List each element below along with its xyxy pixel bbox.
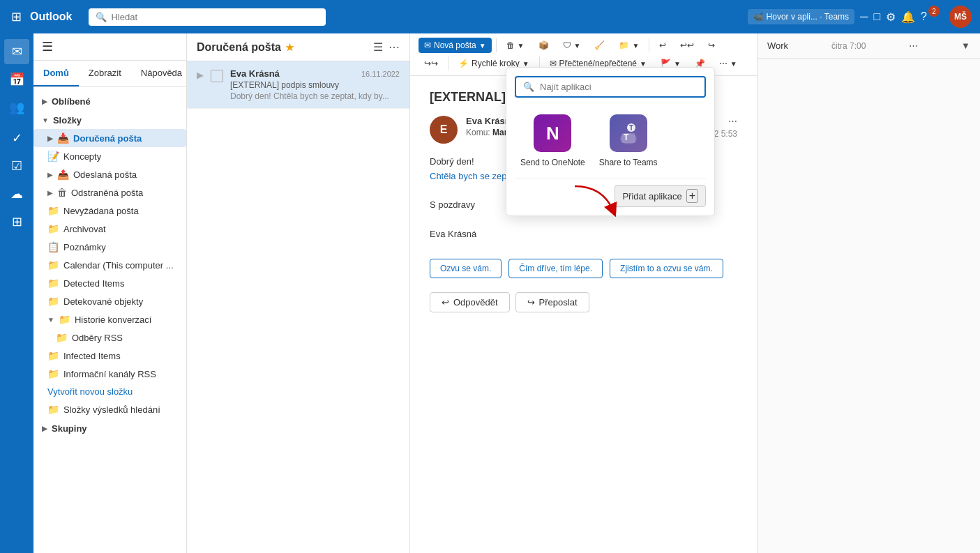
expand-icon[interactable]: ▼: [961, 40, 970, 51]
new-mail-dropdown-arrow[interactable]: ▼: [479, 42, 486, 50]
redo2-btn[interactable]: ↪↪: [419, 56, 444, 71]
mail-list-panel: Doručená pošta ★ ☰ ⋯ ▶ Eva Krásná 16.11.…: [187, 33, 410, 553]
quick-reply-3[interactable]: Zjistím to a ozvu se vám.: [610, 259, 723, 278]
folder-nevyzadana[interactable]: 📁 Nevyžádaná pošta: [33, 202, 186, 220]
folder-infected[interactable]: 📁 Infected Items: [33, 347, 186, 365]
spam-icon: 📁: [47, 205, 59, 216]
onenote-icon: N: [534, 114, 571, 152]
sidebar-icon-check[interactable]: ☑: [4, 153, 29, 179]
skupiny-arrow: ▶: [42, 425, 47, 432]
maximize-icon[interactable]: □: [873, 10, 880, 23]
calendar-folder-icon: 📁: [47, 259, 59, 271]
tab-zobrazit[interactable]: Zobrazit: [79, 61, 131, 86]
sidebar-icon-mail[interactable]: ✉: [4, 39, 29, 64]
sweep-btn[interactable]: 🧹: [589, 38, 610, 53]
archive-icon: 📁: [47, 223, 59, 234]
draft-icon: 📝: [47, 151, 59, 162]
create-folder-btn[interactable]: Vytvořit novou složku: [33, 383, 186, 400]
folder-vysledky[interactable]: 📁 Složky výsledků hledání: [33, 400, 186, 418]
nav-panel: ☰ Domů Zobrazit Nápověda ▶ Oblíbené ▼ Sl…: [33, 33, 187, 553]
sidebar-icon-people[interactable]: 👥: [4, 95, 29, 120]
svg-text:T: T: [624, 132, 629, 142]
folder-poznamky[interactable]: 📋 Poznámky: [33, 238, 186, 256]
main-area: ✉ Nová pošta ▼ 🗑 ▼ 📦 🛡 ▼ 🧹 📁 ▼: [410, 33, 757, 553]
folder-info-kanaly[interactable]: 📁 Informační kanály RSS: [33, 365, 186, 383]
quick-reply-2[interactable]: Čím dříve, tím lépe.: [508, 259, 603, 278]
search-folder-icon: 📁: [47, 404, 59, 415]
nav-content: ▶ Oblíbené ▼ Složky ▶ 📥 Doručená pošta 📝: [33, 87, 186, 553]
app-search-icon: 🔍: [523, 82, 534, 92]
sender-avatar: E: [430, 116, 458, 144]
email-more-dots[interactable]: ⋯: [728, 116, 737, 126]
info-channels-icon: 📁: [47, 368, 59, 379]
hamburger-icon[interactable]: ☰: [42, 39, 53, 54]
undo2-btn[interactable]: ↩↩: [674, 38, 700, 53]
app-grid: N Send to OneNote T T Share to Teams: [515, 109, 706, 173]
app-search-input[interactable]: [540, 82, 698, 92]
compose-icon: ✉: [424, 40, 431, 50]
move-btn[interactable]: 📁 ▼: [613, 38, 644, 53]
rss-icon: 📁: [56, 332, 68, 343]
infected-icon: 📁: [47, 350, 59, 361]
video-icon: 📹: [753, 12, 764, 22]
more-actions-btn[interactable]: ⋯ ▼: [714, 56, 743, 71]
folder-detected-items[interactable]: 📁 Detected Items: [33, 274, 186, 292]
folder-odeslana[interactable]: ▶ 📤 Odeslaná pošta: [33, 165, 186, 183]
reply-btn[interactable]: ↩ Odpovědět: [430, 292, 510, 312]
add-app-btn[interactable]: Přidat aplikace +: [615, 185, 706, 207]
mail-checkbox[interactable]: [211, 70, 223, 82]
tab-domu[interactable]: Domů: [33, 61, 79, 86]
folder-archivovat[interactable]: 📁 Archivovat: [33, 220, 186, 238]
bell-icon[interactable]: 🔔: [901, 10, 915, 24]
filter-icon[interactable]: ☰: [373, 40, 383, 54]
folder-koncepty[interactable]: 📝 Koncepty: [33, 147, 186, 165]
history-icon: 📁: [59, 314, 70, 325]
quick-steps-icon: ⚡: [458, 59, 469, 68]
search-input[interactable]: [111, 12, 319, 22]
forward-btn[interactable]: ↪ Přeposlat: [515, 292, 589, 312]
minimize-icon[interactable]: ─: [860, 10, 868, 23]
sweep-icon: 🧹: [594, 40, 605, 50]
mail-list-title: Doručená pošta ★: [197, 41, 294, 54]
tab-napoveda[interactable]: Nápověda: [131, 61, 192, 86]
new-mail-btn[interactable]: ✉ Nová pošta ▼: [419, 38, 492, 53]
folder-odbery[interactable]: 📁 Odběry RSS: [33, 328, 186, 347]
notes-icon: 📋: [47, 241, 59, 252]
folder-historie[interactable]: ▼ 📁 Historie konverzací: [33, 310, 186, 328]
sidebar-icon-cloud[interactable]: ☁: [4, 181, 29, 206]
sidebar-icon-tasks[interactable]: ✓: [4, 126, 29, 151]
app-grid-icon[interactable]: ⊞: [8, 6, 24, 27]
rules-icon: 🛡: [563, 40, 571, 50]
quick-reply-1[interactable]: Ozvu se vám.: [430, 259, 502, 278]
question-icon[interactable]: ?: [921, 10, 927, 23]
folder-dorucena-posta[interactable]: ▶ 📥 Doručená pošta: [33, 129, 186, 147]
search-icon: 🔍: [96, 12, 107, 22]
settings-icon[interactable]: ⚙: [886, 10, 896, 24]
archive-btn[interactable]: 📦: [533, 38, 555, 53]
hovor-btn[interactable]: 📹 Hovor v apli... · Teams: [748, 9, 855, 24]
undo-btn[interactable]: ↩: [654, 38, 672, 53]
sidebar-icon-apps[interactable]: ⊞: [4, 209, 29, 234]
detected-icon: 📁: [47, 278, 59, 289]
right-panel-more-icon[interactable]: ⋯: [909, 40, 918, 51]
more-icon[interactable]: ⋯: [389, 40, 400, 54]
folder-detekowane[interactable]: 📁 Detekované objekty: [33, 292, 186, 310]
rules-btn[interactable]: 🛡 ▼: [557, 38, 587, 53]
mail-sender: Eva Krásná: [230, 68, 280, 79]
oblibene-header[interactable]: ▶ Oblíbené: [33, 93, 186, 110]
folder-odstranena[interactable]: ▶ 🗑 Odstraněná pošta: [33, 183, 186, 202]
teams-app-item[interactable]: T T Share to Teams: [599, 114, 658, 167]
redo-btn[interactable]: ↪: [702, 38, 721, 53]
skupiny-header[interactable]: ▶ Skupiny: [33, 420, 186, 437]
onenote-app-item[interactable]: N Send to OneNote: [520, 114, 585, 167]
folder-calendar[interactable]: 📁 Calendar (This computer ...: [33, 256, 186, 274]
app-search-box: 🔍: [515, 76, 706, 98]
slozky-arrow: ▼: [42, 116, 49, 124]
delete-btn[interactable]: 🗑 ▼: [501, 38, 530, 53]
slozky-header[interactable]: ▼ Složky: [33, 112, 186, 129]
user-avatar[interactable]: MŠ: [949, 6, 972, 28]
app-popup: 🔍 N Send to OneNote T T: [506, 67, 715, 216]
star-icon[interactable]: ★: [285, 42, 294, 53]
sidebar-icon-calendar[interactable]: 📅: [4, 67, 29, 92]
mail-item[interactable]: ▶ Eva Krásná 16.11.2022 [EXTERNAL] podpi…: [187, 61, 409, 109]
